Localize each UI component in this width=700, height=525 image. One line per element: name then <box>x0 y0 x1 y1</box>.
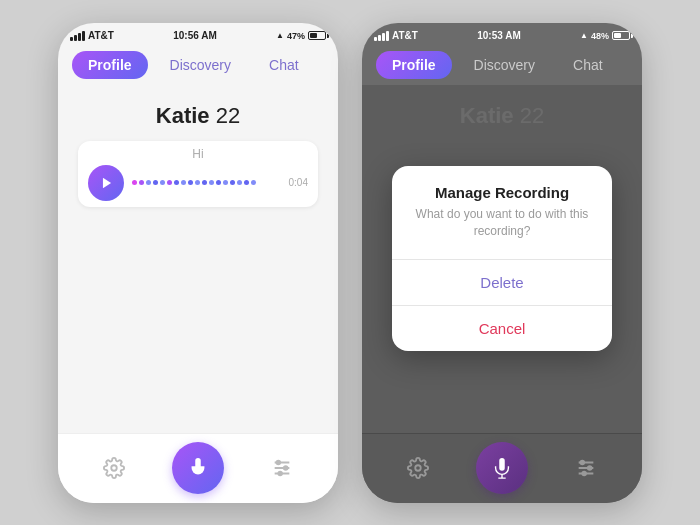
waveform-dot <box>244 180 249 185</box>
mic-button-right[interactable] <box>476 442 528 494</box>
battery-pct-left: 47% <box>287 31 305 41</box>
user-name-left: Katie 22 <box>156 103 240 129</box>
tab-chat-left[interactable]: Chat <box>253 51 315 79</box>
svg-marker-0 <box>103 177 111 188</box>
waveform-dot <box>216 180 221 185</box>
svg-point-7 <box>277 461 281 465</box>
time-right: 10:53 AM <box>477 30 521 41</box>
voice-label-left: Hi <box>88 147 308 161</box>
status-bar-left: AT&T 10:56 AM ▲ 47% <box>58 23 338 45</box>
waveform-dot <box>139 180 144 185</box>
waveform-dot <box>174 180 179 185</box>
waveform-dot <box>188 180 193 185</box>
svg-point-8 <box>284 466 288 470</box>
status-left-right: AT&T <box>374 30 418 41</box>
modal-title: Manage Recording <box>408 184 596 201</box>
battery-icon-left <box>308 31 326 40</box>
voice-message-left: Hi <box>78 141 318 207</box>
svg-point-17 <box>588 466 592 470</box>
carrier-left: AT&T <box>88 30 114 41</box>
bottom-toolbar-left <box>58 433 338 503</box>
signal-icon-right <box>374 31 389 41</box>
time-left: 10:56 AM <box>173 30 217 41</box>
waveform-left <box>132 180 279 185</box>
voice-duration-left: 0:04 <box>289 177 308 188</box>
filters-button-right[interactable] <box>572 454 600 482</box>
waveform-dot <box>223 180 228 185</box>
tab-discovery-left[interactable]: Discovery <box>154 51 247 79</box>
waveform-dot <box>167 180 172 185</box>
modal-header: Manage Recording What do you want to do … <box>392 166 612 246</box>
tab-chat-right[interactable]: Chat <box>557 51 619 79</box>
modal-overlay: Manage Recording What do you want to do … <box>362 85 642 433</box>
delete-button[interactable]: Delete <box>392 260 612 306</box>
status-left-left: AT&T <box>70 30 114 41</box>
waveform-dot <box>160 180 165 185</box>
play-button-left[interactable] <box>88 165 124 201</box>
status-right-left: ▲ 47% <box>276 31 326 41</box>
svg-point-10 <box>415 465 421 471</box>
svg-point-9 <box>278 472 282 476</box>
settings-button-left[interactable] <box>100 454 128 482</box>
manage-recording-modal: Manage Recording What do you want to do … <box>392 166 612 352</box>
tab-discovery-right[interactable]: Discovery <box>458 51 551 79</box>
waveform-dot <box>209 180 214 185</box>
status-right-right: ▲ 48% <box>580 31 630 41</box>
location-icon: ▲ <box>276 31 284 40</box>
waveform-dot <box>146 180 151 185</box>
waveform-dot <box>237 180 242 185</box>
tab-profile-right[interactable]: Profile <box>376 51 452 79</box>
waveform-dot <box>202 180 207 185</box>
waveform-dot <box>181 180 186 185</box>
carrier-right: AT&T <box>392 30 418 41</box>
phone-left: AT&T 10:56 AM ▲ 47% Profile Discovery Ch… <box>58 23 338 503</box>
svg-point-1 <box>111 465 117 471</box>
modal-subtitle: What do you want to do with this recordi… <box>408 206 596 240</box>
content-right: Katie 22 Manage Recording What do you wa… <box>362 85 642 433</box>
status-bar-right: AT&T 10:53 AM ▲ 48% <box>362 23 642 45</box>
waveform-dot <box>195 180 200 185</box>
waveform-dot <box>251 180 256 185</box>
location-icon-right: ▲ <box>580 31 588 40</box>
bottom-toolbar-right <box>362 433 642 503</box>
content-left: Katie 22 Hi <box>58 85 338 433</box>
voice-row-left: 0:04 <box>88 165 308 201</box>
battery-icon-right <box>612 31 630 40</box>
waveform-dot <box>230 180 235 185</box>
tab-bar-right: Profile Discovery Chat <box>362 45 642 85</box>
svg-point-16 <box>581 461 585 465</box>
battery-pct-right: 48% <box>591 31 609 41</box>
waveform-dot <box>153 180 158 185</box>
phone-right: AT&T 10:53 AM ▲ 48% Profile Discovery Ch… <box>362 23 642 503</box>
tab-profile-left[interactable]: Profile <box>72 51 148 79</box>
mic-button-left[interactable] <box>172 442 224 494</box>
waveform-dot <box>132 180 137 185</box>
tab-bar-left: Profile Discovery Chat <box>58 45 338 85</box>
filters-button-left[interactable] <box>268 454 296 482</box>
signal-icon <box>70 31 85 41</box>
settings-button-right[interactable] <box>404 454 432 482</box>
svg-point-18 <box>582 472 586 476</box>
cancel-button[interactable]: Cancel <box>392 306 612 351</box>
